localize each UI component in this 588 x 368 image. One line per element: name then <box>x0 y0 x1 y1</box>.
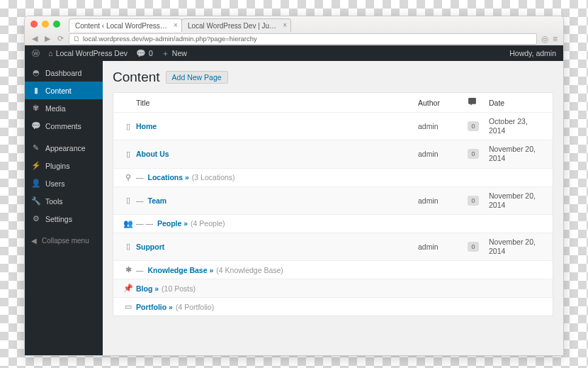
page-icon: ▯ <box>120 122 136 131</box>
content-pane: Content Add New Page Title Author Date ▯… <box>103 61 563 355</box>
row-title: — Knowledge Base » (4 Knowledge Base) <box>136 266 418 274</box>
tab-close-icon[interactable]: × <box>283 21 287 29</box>
back-icon[interactable]: ◀ <box>30 35 39 43</box>
page-title: Content <box>113 69 160 85</box>
sidebar-item-dashboard[interactable]: ◓ Dashboard <box>25 64 103 82</box>
minimize-window-icon[interactable] <box>42 21 49 28</box>
indent-dash: — <box>136 173 144 182</box>
wordpress-icon: ⓦ <box>32 48 40 59</box>
column-date[interactable]: Date <box>489 99 545 107</box>
browser-toolbar: ◀ ▶ ⟳ 🗋 local.wordpress.dev/wp-admin/adm… <box>25 32 563 45</box>
table-row[interactable]: ▭Portfolio » (4 Portfolio) <box>113 297 553 316</box>
table-header: Title Author Date <box>113 93 553 112</box>
row-comments[interactable]: 0 <box>468 196 489 206</box>
row-title: Portfolio » (4 Portfolio) <box>136 303 418 311</box>
site-name-menu[interactable]: ⌂ Local WordPress Dev <box>48 49 128 57</box>
comments-menu[interactable]: 💬 0 <box>136 49 153 58</box>
people-icon: 👥 <box>120 219 136 228</box>
sidebar-item-label: Dashboard <box>45 69 81 77</box>
sidebar-item-label: Media <box>45 104 66 113</box>
tab-label: Local WordPress Dev | Ju… <box>188 22 276 30</box>
column-comments[interactable] <box>468 97 489 108</box>
row-title-link[interactable]: Blog » <box>136 284 159 293</box>
row-comments[interactable]: 0 <box>468 121 489 131</box>
table-row[interactable]: ▯Homeadmin0October 23, 2014 <box>113 112 553 140</box>
comment-count: 0 <box>149 49 153 57</box>
page-icon: 🗋 <box>74 35 80 43</box>
column-author[interactable]: Author <box>418 99 468 107</box>
close-window-icon[interactable] <box>30 21 38 28</box>
row-comments[interactable]: 0 <box>468 242 489 252</box>
row-date: November 20, 2014 <box>489 145 545 163</box>
sidebar-item-label: Plugins <box>45 162 69 170</box>
table-row[interactable]: ⚲— Locations » (3 Locations) <box>113 168 553 186</box>
row-count: (10 Posts) <box>162 284 196 293</box>
url-bar[interactable]: 🗋 local.wordpress.dev/wp-admin/admin.php… <box>69 33 537 45</box>
site-name: Local WordPress Dev <box>56 49 128 57</box>
row-title-link[interactable]: Knowledge Base » <box>148 266 214 274</box>
row-title-link[interactable]: People » <box>157 219 188 228</box>
collapse-menu[interactable]: ◀ Collapse menu <box>25 232 103 250</box>
zoom-window-icon[interactable] <box>53 21 60 28</box>
table-row[interactable]: ▯Supportadmin0November 20, 2014 <box>113 233 553 260</box>
browser-tab[interactable]: Local WordPress Dev | Ju… × <box>181 18 291 32</box>
content-table: Title Author Date ▯Homeadmin0October 23,… <box>113 92 553 316</box>
table-row[interactable]: ▯About Usadmin0November 20, 2014 <box>113 140 553 167</box>
home-icon: ⌂ <box>48 49 53 57</box>
wp-logo-menu[interactable]: ⓦ <box>32 48 40 59</box>
row-title: Support <box>136 242 418 251</box>
extension-icon[interactable]: ◎ <box>541 34 548 44</box>
sidebar-item-label: Appearance <box>45 144 86 152</box>
gear-icon: ⚙ <box>31 214 40 223</box>
row-title-link[interactable]: About Us <box>136 150 169 158</box>
tab-close-icon[interactable]: × <box>174 21 178 29</box>
row-count: (4 People) <box>191 219 225 228</box>
browser-window: Content ‹ Local WordPress… × Local WordP… <box>24 16 564 356</box>
row-title-link[interactable]: Home <box>136 122 157 130</box>
page-icon: ▯ <box>120 242 136 251</box>
indent-dash: — <box>136 196 144 205</box>
new-content-menu[interactable]: ＋ New <box>162 48 187 59</box>
sidebar-item-appearance[interactable]: ✎ Appearance <box>25 139 103 157</box>
row-title-link[interactable]: Team <box>148 196 167 205</box>
account-menu[interactable]: Howdy, admin <box>509 49 556 57</box>
row-comments[interactable]: 0 <box>468 149 489 159</box>
row-author: admin <box>418 150 468 158</box>
traffic-lights[interactable] <box>30 21 60 28</box>
wp-admin: ◓ Dashboard ▮ Content ✾ Media 💬 Comments… <box>25 61 563 355</box>
row-count: (4 Knowledge Base) <box>216 266 283 274</box>
collapse-label: Collapse menu <box>42 237 89 245</box>
sidebar-item-media[interactable]: ✾ Media <box>25 99 103 117</box>
brush-icon: ✎ <box>31 143 40 152</box>
table-row[interactable]: ✱— Knowledge Base » (4 Knowledge Base) <box>113 260 553 279</box>
media-icon: ✾ <box>31 104 40 113</box>
browser-tab-active[interactable]: Content ‹ Local WordPress… × <box>69 18 182 32</box>
table-row[interactable]: ▯— Teamadmin0November 20, 2014 <box>113 186 553 214</box>
page-icon: ▯ <box>120 196 136 205</box>
wrench-icon: 🔧 <box>31 196 40 206</box>
dashboard-icon: ◓ <box>31 68 40 77</box>
row-title-link[interactable]: Support <box>136 242 164 251</box>
sidebar-item-comments[interactable]: 💬 Comments <box>25 117 103 135</box>
table-row[interactable]: 📌Blog » (10 Posts) <box>113 279 553 297</box>
table-row[interactable]: 👥— — People » (4 People) <box>113 214 553 233</box>
row-date: November 20, 2014 <box>489 238 545 256</box>
column-title[interactable]: Title <box>136 99 418 107</box>
forward-icon[interactable]: ▶ <box>43 35 52 43</box>
sidebar-item-tools[interactable]: 🔧 Tools <box>25 192 103 210</box>
page-icon: ▯ <box>120 150 136 159</box>
sidebar-item-content[interactable]: ▮ Content <box>25 82 103 99</box>
kb-icon: ✱ <box>120 265 136 274</box>
sidebar-item-plugins[interactable]: ⚡ Plugins <box>25 157 103 174</box>
row-author: admin <box>418 242 468 251</box>
row-title-link[interactable]: Locations » <box>148 173 189 182</box>
menu-icon[interactable]: ≡ <box>553 34 558 44</box>
reload-icon[interactable]: ⟳ <box>56 35 64 43</box>
sidebar-item-settings[interactable]: ⚙ Settings <box>25 210 103 228</box>
row-title: Home <box>136 122 418 130</box>
sidebar-item-users[interactable]: 👤 Users <box>25 174 103 192</box>
add-new-page-button[interactable]: Add New Page <box>166 71 228 84</box>
row-count: (4 Portfolio) <box>176 303 214 311</box>
row-title-link[interactable]: Portfolio » <box>136 303 173 311</box>
howdy-text: Howdy, admin <box>509 49 556 57</box>
